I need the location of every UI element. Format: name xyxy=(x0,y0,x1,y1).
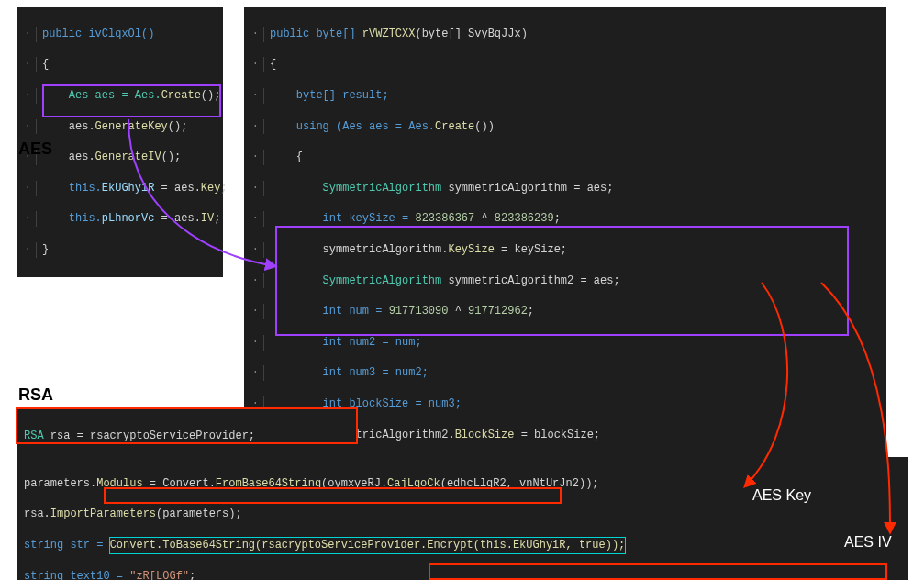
label-rsa: RSA xyxy=(18,385,53,405)
cyan-box-aes-key: Convert.ToBase64String(rsacryptoServiceP… xyxy=(110,538,626,553)
label-aes-key: AES Key xyxy=(752,487,811,504)
label-aes-iv: AES IV xyxy=(844,534,892,551)
label-aes: AES xyxy=(18,139,52,159)
code-block-rsa-encrypt: parameters.Modulus = Convert.FromBase64S… xyxy=(17,457,908,580)
